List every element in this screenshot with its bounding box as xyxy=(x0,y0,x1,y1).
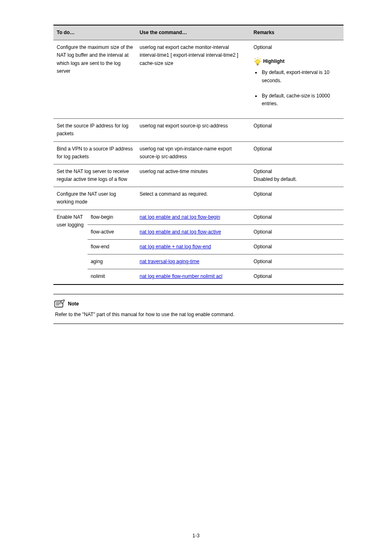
col-header-todo: To do… xyxy=(53,25,136,40)
link-flow-active[interactable]: nat log enable and nat log flow-active xyxy=(140,229,221,235)
cell-todo: Configure the NAT user log working mode xyxy=(53,187,136,210)
cell-remarks: Optional xyxy=(250,210,344,224)
cell-command: nat log enable flow-number nolimit acl xyxy=(136,269,250,284)
highlight-bullets: By default, export-interval is 10 second… xyxy=(261,69,340,108)
row-ref-flow-begin: Enable NAT user logging flow-begin nat l… xyxy=(53,210,344,224)
row-ref-flow-end: flow-end nat log enable + nat log flow-e… xyxy=(53,240,344,254)
note-label: Note xyxy=(68,301,79,307)
note-text: Refer to the "NAT" part of this manual f… xyxy=(55,311,343,319)
row-mode: Configure the NAT user log working mode … xyxy=(53,187,344,210)
cell-todo: Configure the maximum size of the NAT lo… xyxy=(53,40,136,119)
link-aging[interactable]: nat traversal-log aging-time xyxy=(140,259,199,264)
cell-remarks: Optional xyxy=(250,141,344,164)
page-number: 1-3 xyxy=(0,533,392,539)
cell-sub: flow-end xyxy=(88,240,136,254)
bullet-export-interval: By default, export-interval is 10 second… xyxy=(261,69,340,84)
cell-command: Select a command as required. xyxy=(136,187,250,210)
row-buffer-interval: Configure the maximum size of the NAT lo… xyxy=(53,40,344,119)
cell-sub: flow-begin xyxy=(88,210,136,224)
note-icon xyxy=(54,299,65,308)
cell-command: nat log enable and nat log flow-active xyxy=(136,224,250,239)
row-active-time: Set the NAT log server to receive regula… xyxy=(53,164,344,187)
config-table: To do… Use the command… Remarks Configur… xyxy=(53,25,344,285)
cell-command: userlog nat vpn vpn-instance-name export… xyxy=(136,141,250,164)
row-ref-flow-active: flow-active nat log enable and nat log f… xyxy=(53,224,344,239)
svg-rect-7 xyxy=(257,65,258,66)
remarks-optional: Optional xyxy=(254,44,340,51)
link-flow-begin[interactable]: nat log enable and nat log flow-begin xyxy=(140,214,220,220)
lightbulb-icon xyxy=(254,57,262,66)
cell-todo: Bind a VPN to a source IP address for lo… xyxy=(53,141,136,164)
cell-group-label: Enable NAT user logging xyxy=(53,210,88,284)
cell-remarks: Optional xyxy=(250,119,344,141)
cell-sub: flow-active xyxy=(88,224,136,239)
cell-remarks: Optional xyxy=(250,187,344,210)
svg-rect-6 xyxy=(257,64,259,65)
cell-remarks: Optional xyxy=(250,254,344,269)
row-source-ip: Set the source IP address for log packet… xyxy=(53,119,344,141)
cell-command: nat traversal-log aging-time xyxy=(136,254,250,269)
cell-remarks: Optional xyxy=(250,269,344,284)
cell-command: userlog nat export source-ip src-address xyxy=(136,119,250,141)
cell-sub: aging xyxy=(88,254,136,269)
cell-todo: Set the NAT log server to receive regula… xyxy=(53,164,136,187)
cell-remarks: Optional xyxy=(250,240,344,254)
cell-sub: nolimit xyxy=(88,269,136,284)
cell-command: nat log enable + nat log flow-end xyxy=(136,240,250,254)
cell-remarks: Optional xyxy=(250,224,344,239)
row-vpn-bind: Bind a VPN to a source IP address for lo… xyxy=(53,141,344,164)
svg-point-5 xyxy=(256,60,260,64)
svg-marker-12 xyxy=(61,300,65,304)
link-flow-end[interactable]: nat log enable + nat log flow-end xyxy=(140,244,211,250)
cell-command: nat log enable and nat log flow-begin xyxy=(136,210,250,224)
bullet-cache-size: By default, cache-size is 10000 entries. xyxy=(261,92,340,108)
svg-line-2 xyxy=(260,58,261,60)
highlight-label: Highlight xyxy=(263,59,284,65)
col-header-remarks: Remarks xyxy=(250,25,344,40)
col-header-command: Use the command… xyxy=(136,25,250,40)
row-ref-aging: aging nat traversal-log aging-time Optio… xyxy=(53,254,344,269)
cell-command: userlog nat active-time minutes xyxy=(136,164,250,187)
cell-remarks: Optional High xyxy=(250,40,344,119)
row-ref-nolimit: nolimit nat log enable flow-number nolim… xyxy=(53,269,344,284)
table-header-row: To do… Use the command… Remarks xyxy=(53,25,344,40)
cell-remarks: Optional Disabled by default. xyxy=(250,164,344,187)
note-block: Note Refer to the "NAT" part of this man… xyxy=(53,294,344,324)
svg-line-1 xyxy=(255,58,256,60)
cell-todo: Set the source IP address for log packet… xyxy=(53,119,136,141)
link-nolimit[interactable]: nat log enable flow-number nolimit acl xyxy=(140,273,222,279)
cell-command: userlog nat export cache monitor-interva… xyxy=(136,40,250,119)
